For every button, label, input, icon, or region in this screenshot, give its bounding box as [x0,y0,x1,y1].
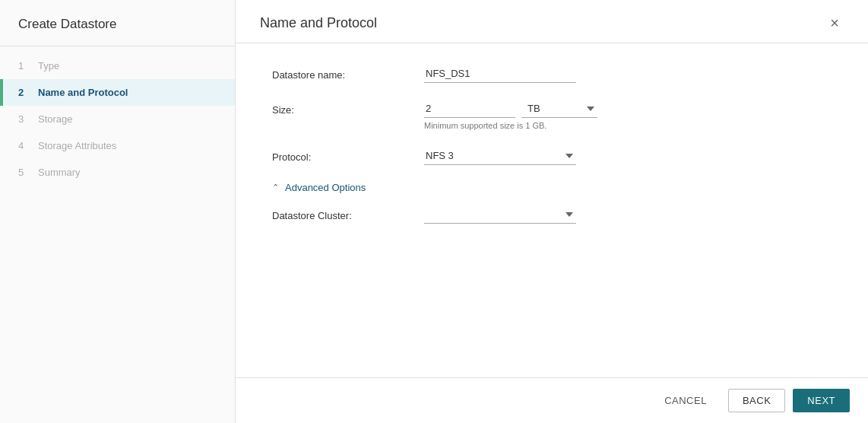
size-label: Size: [272,100,424,116]
main-content: Name and Protocol × Datastore name: Size… [236,0,868,423]
sidebar-step-summary[interactable]: 5 Summary [0,159,235,186]
cancel-button[interactable]: CANCEL [651,390,721,412]
protocol-label: Protocol: [272,147,424,163]
datastore-name-control [424,65,832,83]
size-row: Size: TB GB MB Minimum supported size is… [272,100,832,130]
chevron-up-icon: ⌃ [272,183,279,192]
protocol-control: NFS 3 NFS 4.1 [424,147,832,165]
step-num-1: 1 [18,60,30,72]
datastore-cluster-label: Datastore Cluster: [272,205,424,221]
size-control: TB GB MB Minimum supported size is 1 GB. [424,100,832,130]
advanced-section: ⌃ Advanced Options Datastore Cluster: [272,182,832,224]
sidebar-step-storage-label: Storage [38,113,73,125]
sidebar-title: Create Datastore [0,0,235,46]
dialog-body: Create Datastore 1 Type 2 Name and Proto… [0,0,868,423]
sidebar-step-name-protocol[interactable]: 2 Name and Protocol [0,79,235,106]
close-button[interactable]: × [825,14,844,32]
sidebar-step-name-protocol-label: Name and Protocol [38,87,128,98]
advanced-options-label: Advanced Options [285,182,366,193]
next-button[interactable]: NEXT [793,389,850,412]
size-wrap: TB GB MB [424,100,832,118]
back-button[interactable]: BACK [728,389,785,412]
form-area: Datastore name: Size: TB GB [236,43,868,377]
sidebar: Create Datastore 1 Type 2 Name and Proto… [0,0,236,423]
step-num-2: 2 [18,87,30,98]
datastore-name-input[interactable] [424,65,576,83]
sidebar-step-type[interactable]: 1 Type [0,52,235,79]
main-header: Name and Protocol × [236,0,868,43]
create-datastore-dialog: Create Datastore 1 Type 2 Name and Proto… [0,0,868,423]
size-input[interactable] [424,100,515,118]
datastore-cluster-select[interactable] [424,205,576,224]
step-num-3: 3 [18,113,30,125]
datastore-cluster-row: Datastore Cluster: [272,205,832,224]
protocol-row: Protocol: NFS 3 NFS 4.1 [272,147,832,165]
datastore-cluster-control [424,205,832,224]
size-unit-select[interactable]: TB GB MB [521,100,597,118]
datastore-name-label: Datastore name: [272,65,424,81]
sidebar-step-storage-attrs[interactable]: 4 Storage Attributes [0,132,235,159]
step-num-5: 5 [18,167,30,178]
main-title: Name and Protocol [260,15,377,31]
sidebar-step-storage[interactable]: 3 Storage [0,106,235,132]
step-num-4: 4 [18,140,30,151]
sidebar-step-type-label: Type [38,60,59,72]
protocol-select[interactable]: NFS 3 NFS 4.1 [424,147,576,165]
sidebar-step-summary-label: Summary [38,167,81,178]
advanced-options-toggle[interactable]: ⌃ Advanced Options [272,182,366,193]
sidebar-steps: 1 Type 2 Name and Protocol 3 Storage 4 S… [0,46,235,192]
datastore-name-row: Datastore name: [272,65,832,83]
sidebar-step-storage-attrs-label: Storage Attributes [38,140,116,151]
dialog-footer: CANCEL BACK NEXT [236,377,868,423]
size-hint: Minimum supported size is 1 GB. [424,121,832,130]
